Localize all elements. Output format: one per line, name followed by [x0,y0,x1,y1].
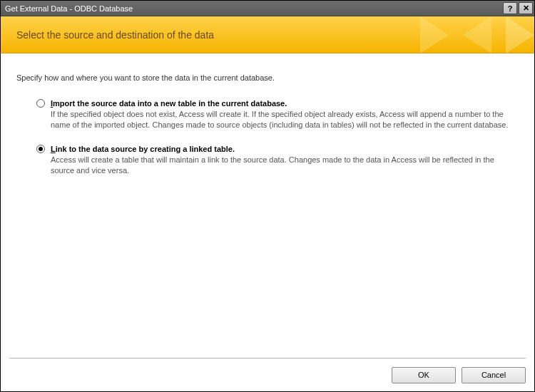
option-link-head[interactable]: Link to the data source by creating a li… [36,145,513,153]
titlebar-buttons: ? ✕ [501,2,533,14]
help-button[interactable]: ? [503,2,517,14]
option-link-description: Access will create a table that will mai… [51,155,513,176]
cancel-button[interactable]: Cancel [462,367,526,383]
question-mark-icon: ? [508,4,513,13]
title-bar[interactable]: Get External Data - ODBC Database ? ✕ [1,1,534,16]
options-group: Import the source data into a new table … [16,99,519,175]
close-icon: ✕ [523,4,529,13]
ok-button[interactable]: OK [392,367,456,383]
window-title: Get External Data - ODBC Database [5,4,501,13]
radio-link[interactable] [36,145,45,153]
dialog-footer: OK Cancel [1,359,534,391]
dialog-body: Specify how and where you want to store … [1,53,534,358]
close-button[interactable]: ✕ [519,2,533,14]
header-decoration [377,16,534,53]
header-band: Select the source and destination of the… [1,16,534,53]
chevron-left-icon [463,16,491,53]
chevron-right-icon [506,16,534,53]
dialog-window: Get External Data - ODBC Database ? ✕ Se… [0,0,535,392]
option-import-label: Import the source data into a new table … [51,99,287,108]
prompt-text: Specify how and where you want to store … [16,73,519,82]
chevron-right-icon [420,16,449,53]
option-link[interactable]: Link to the data source by creating a li… [36,145,513,176]
header-title: Select the source and destination of the… [16,29,214,41]
option-import-head[interactable]: Import the source data into a new table … [36,99,513,108]
radio-import[interactable] [36,99,45,108]
option-link-label: Link to the data source by creating a li… [51,145,235,153]
option-import-description: If the specified object does not exist, … [51,109,513,130]
option-import[interactable]: Import the source data into a new table … [36,99,513,130]
